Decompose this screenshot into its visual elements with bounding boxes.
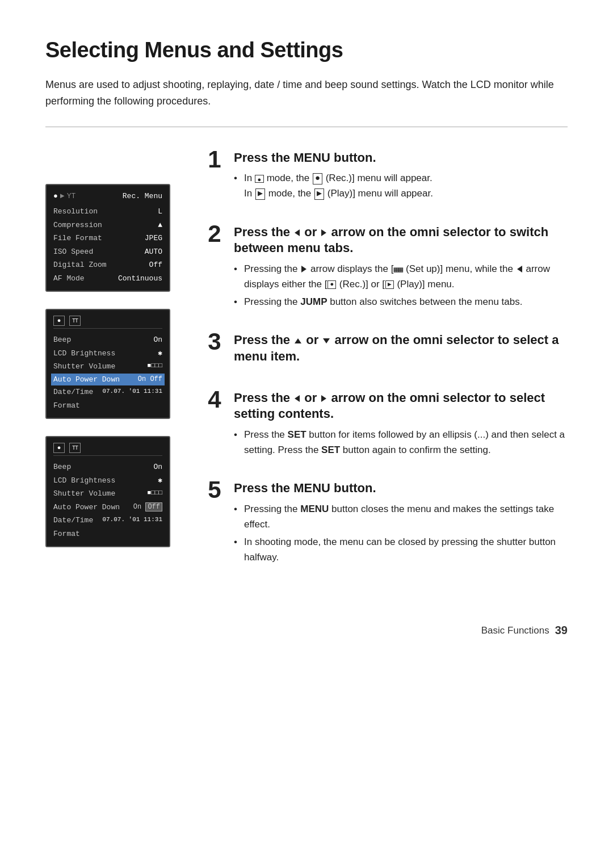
lcd-screen-1: ● ► YT Rec. Menu ResolutionL Compression… bbox=[45, 184, 170, 292]
step-3-content: Press the or arrow on the omni selector … bbox=[234, 332, 568, 369]
step-1-body: In ● mode, the ● (Rec.)] menu will appea… bbox=[234, 170, 568, 201]
lcd3-lcd-brightness: LCD Brightness✱ bbox=[53, 474, 162, 488]
step-4-bullet-1: Press the SET button for items followed … bbox=[234, 427, 568, 458]
lcd3-format: Format bbox=[53, 527, 162, 541]
lcd3-auto-power-down: Auto Power Down On Off bbox=[53, 501, 162, 514]
lcd-screen-2: ● TT BeepOn LCD Brightness✱ Shutter Volu… bbox=[45, 309, 170, 419]
lcd3-beep: BeepOn bbox=[53, 460, 162, 474]
lcd2-shutter-volume: Shutter Volume■□□□ bbox=[53, 360, 162, 374]
icon-rec: ● bbox=[53, 316, 65, 326]
page-title: Selecting Menus and Settings bbox=[45, 34, 568, 66]
section-divider bbox=[45, 127, 568, 127]
step-3: 3 Press the or arrow on the omni selecto… bbox=[204, 332, 568, 369]
step-5-bullet-2: In shooting mode, the menu can be closed… bbox=[234, 534, 568, 565]
lcd-row-digitalzoom: Digital ZoomOff bbox=[53, 258, 162, 272]
step-3-number: 3 bbox=[204, 330, 225, 369]
step-5-bullet-1: Pressing the MENU button closes the menu… bbox=[234, 501, 568, 532]
step-5-title: Press the MENU button. bbox=[234, 480, 568, 497]
page-footer: Basic Functions 39 bbox=[45, 622, 568, 639]
lcd-screens-column: ● ► YT Rec. Menu ResolutionL Compression… bbox=[45, 150, 182, 588]
lcd-top-icons-3: ● TT bbox=[53, 443, 162, 456]
step-5-content: Press the MENU button. Pressing the MENU… bbox=[234, 480, 568, 567]
icon-rec-3: ● bbox=[53, 443, 65, 453]
lcd2-datetime: Date/Time07.07. '01 11:31 bbox=[53, 385, 162, 399]
lcd-row-compression: Compression▲ bbox=[53, 219, 162, 232]
step-4: 4 Press the or arrow on the omni selecto… bbox=[204, 390, 568, 460]
step-1-content: Press the MENU button. In ● mode, the ● … bbox=[234, 150, 568, 204]
menu-tab-setup: YT bbox=[67, 191, 76, 202]
lcd2-format: Format bbox=[53, 399, 162, 413]
lcd-row-afmode: AF ModeContinuous bbox=[53, 272, 162, 286]
icon-tt: TT bbox=[69, 316, 81, 326]
step-2-bullet-1: Pressing the arrow displays the [▦▦ (Set… bbox=[234, 261, 568, 292]
step-1-number: 1 bbox=[204, 148, 225, 204]
lcd-top-icons-2: ● TT bbox=[53, 316, 162, 329]
step-3-title: Press the or arrow on the omni selector … bbox=[234, 332, 568, 364]
footer-text: Basic Functions 39 bbox=[481, 622, 568, 639]
lcd-row-isospeed: ISO SpeedAUTO bbox=[53, 245, 162, 259]
step-5: 5 Press the MENU button. Pressing the ME… bbox=[204, 480, 568, 567]
lcd2-lcd-brightness: LCD Brightness✱ bbox=[53, 347, 162, 360]
step-1-bullet-1: In ● mode, the ● (Rec.)] menu will appea… bbox=[234, 170, 568, 201]
lcd-row-fileformat: File FormatJPEG bbox=[53, 232, 162, 245]
step-5-number: 5 bbox=[204, 478, 225, 567]
lcd3-shutter-volume: Shutter Volume■□□□ bbox=[53, 487, 162, 501]
step-4-content: Press the or arrow on the omni selector … bbox=[234, 390, 568, 460]
steps-column: 1 Press the MENU button. In ● mode, the … bbox=[204, 150, 568, 588]
step-4-title: Press the or arrow on the omni selector … bbox=[234, 390, 568, 422]
menu-tab-play: ► bbox=[60, 191, 65, 202]
step-2-body: Pressing the arrow displays the [▦▦ (Set… bbox=[234, 261, 568, 310]
intro-paragraph: Menus are used to adjust shooting, repla… bbox=[45, 77, 568, 110]
footer-label: Basic Functions bbox=[481, 623, 549, 638]
main-layout: ● ► YT Rec. Menu ResolutionL Compression… bbox=[45, 150, 568, 588]
lcd3-datetime: Date/Time07.07. '01 11:31 bbox=[53, 514, 162, 527]
lcd2-auto-power-down: Auto Power DownOn Off bbox=[51, 374, 165, 386]
step-1: 1 Press the MENU button. In ● mode, the … bbox=[204, 150, 568, 204]
icon-tt-3: TT bbox=[69, 443, 81, 453]
step-2-title: Press the or arrow on the omni selector … bbox=[234, 224, 568, 257]
step-2-content: Press the or arrow on the omni selector … bbox=[234, 224, 568, 312]
menu-title-1: Rec. Menu bbox=[123, 191, 162, 202]
step-1-title: Press the MENU button. bbox=[234, 150, 568, 166]
menu-bar-1: ● ► YT Rec. Menu bbox=[53, 191, 162, 202]
menu-tab-rec: ● bbox=[53, 191, 58, 202]
footer-page-number: 39 bbox=[555, 622, 568, 639]
step-4-number: 4 bbox=[204, 388, 225, 460]
step-4-body: Press the SET button for items followed … bbox=[234, 427, 568, 458]
lcd-row-resolution: ResolutionL bbox=[53, 205, 162, 219]
step-2-number: 2 bbox=[204, 222, 225, 312]
lcd2-beep: BeepOn bbox=[53, 333, 162, 347]
step-2-bullet-2: Pressing the JUMP button also switches b… bbox=[234, 294, 568, 309]
lcd-screen-3: ● TT BeepOn LCD Brightness✱ Shutter Volu… bbox=[45, 436, 170, 547]
step-5-body: Pressing the MENU button closes the menu… bbox=[234, 501, 568, 565]
step-2: 2 Press the or arrow on the omni selecto… bbox=[204, 224, 568, 312]
